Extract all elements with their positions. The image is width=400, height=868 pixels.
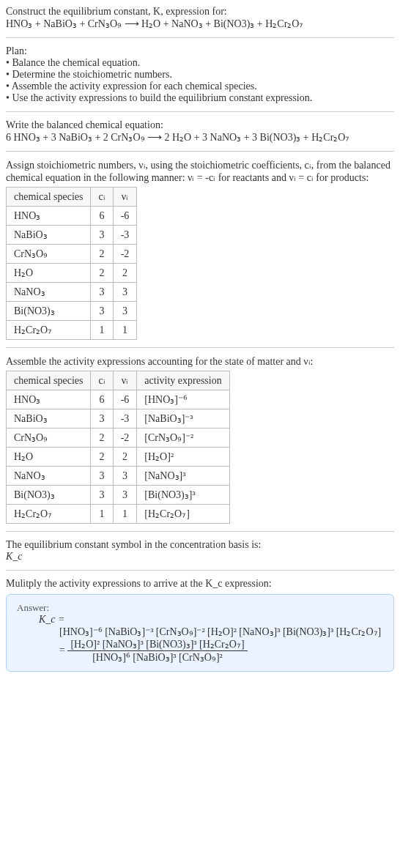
cell: 1	[113, 505, 137, 524]
plan-title: Plan:	[6, 45, 394, 57]
table-row: Bi(NO3)₃33[Bi(NO3)₃]³	[7, 486, 230, 505]
answer-expr1: [HNO₃]⁻⁶ [NaBiO₃]⁻³ [CrN₃O₉]⁻² [H₂O]² [N…	[59, 626, 383, 638]
cell: 2	[91, 448, 113, 467]
denominator: [HNO₃]⁶ [NaBiO₃]³ [CrN₃O₉]²	[67, 651, 247, 664]
divider	[6, 151, 394, 152]
cell: 3	[113, 486, 137, 505]
divider	[6, 37, 394, 38]
cell: CrN₃O₉	[7, 245, 91, 264]
table-header: νᵢ	[113, 188, 137, 207]
multiply-section: Mulitply the activity expressions to arr…	[6, 578, 394, 590]
answer-kc: K_c =	[39, 614, 383, 626]
table-row: NaBiO₃3-3[NaBiO₃]⁻³	[7, 409, 230, 429]
cell: [H₂Cr₂O₇]	[137, 505, 229, 524]
table-header: chemical species	[7, 371, 91, 390]
table-header-row: chemical species cᵢ νᵢ activity expressi…	[7, 371, 230, 390]
cell: Bi(NO3)₃	[7, 486, 91, 505]
intro-line1: Construct the equilibrium constant, K, e…	[6, 6, 394, 18]
cell: -2	[113, 245, 137, 264]
cell: HNO₃	[7, 207, 91, 226]
cell: 6	[91, 390, 113, 409]
plan-item: • Assemble the activity expression for e…	[6, 81, 394, 92]
cell: NaNO₃	[7, 467, 91, 486]
cell: 3	[113, 283, 137, 302]
symbol-line1: The equilibrium constant symbol in the c…	[6, 539, 394, 551]
cell: [NaBiO₃]⁻³	[137, 409, 229, 429]
divider	[6, 111, 394, 112]
cell: NaBiO₃	[7, 409, 91, 429]
table-header-row: chemical species cᵢ νᵢ	[7, 188, 137, 207]
balanced-equation: 6 HNO₃ + 3 NaBiO₃ + 2 CrN₃O₉ ⟶ 2 H₂O + 3…	[6, 131, 394, 144]
intro-section: Construct the equilibrium constant, K, e…	[6, 6, 394, 30]
cell: H₂Cr₂O₇	[7, 505, 91, 524]
table-row: Bi(NO3)₃33	[7, 302, 137, 321]
numerator: [H₂O]² [NaNO₃]³ [Bi(NO3)₃]³ [H₂Cr₂O₇]	[67, 638, 247, 651]
table-row: H₂O22[H₂O]²	[7, 448, 230, 467]
balanced-title: Write the balanced chemical equation:	[6, 119, 394, 131]
divider	[6, 531, 394, 532]
table-row: NaNO₃33	[7, 283, 137, 302]
cell: 3	[113, 467, 137, 486]
divider	[6, 347, 394, 348]
plan-section: Plan: • Balance the chemical equation. •…	[6, 45, 394, 104]
cell: [Bi(NO3)₃]³	[137, 486, 229, 505]
cell: 3	[91, 486, 113, 505]
table-row: NaNO₃33[NaNO₃]³	[7, 467, 230, 486]
cell: 2	[113, 264, 137, 283]
cell: -6	[113, 207, 137, 226]
cell: 1	[91, 321, 113, 340]
cell: [H₂O]²	[137, 448, 229, 467]
equals-sign: =	[59, 645, 65, 656]
cell: H₂O	[7, 264, 91, 283]
cell: H₂O	[7, 448, 91, 467]
assemble-section: Assemble the activity expressions accoun…	[6, 355, 394, 524]
cell: 3	[113, 302, 137, 321]
cell: [CrN₃O₉]⁻²	[137, 429, 229, 448]
table-row: H₂O22	[7, 264, 137, 283]
assign-text: Assign stoichiometric numbers, νᵢ, using…	[6, 159, 394, 184]
cell: [NaNO₃]³	[137, 467, 229, 486]
cell: 2	[91, 264, 113, 283]
cell: -3	[113, 226, 137, 245]
table-row: NaBiO₃3-3	[7, 226, 137, 245]
table-header: cᵢ	[91, 188, 113, 207]
cell: 1	[113, 321, 137, 340]
cell: 2	[91, 245, 113, 264]
stoich-table: chemical species cᵢ νᵢ HNO₃6-6 NaBiO₃3-3…	[6, 187, 137, 340]
cell: [HNO₃]⁻⁶	[137, 390, 229, 409]
cell: -2	[113, 429, 137, 448]
divider	[6, 570, 394, 571]
table-header: chemical species	[7, 188, 91, 207]
plan-item: • Use the activity expressions to build …	[6, 92, 394, 104]
cell: Bi(NO3)₃	[7, 302, 91, 321]
cell: 3	[91, 226, 113, 245]
table-row: HNO₃6-6[HNO₃]⁻⁶	[7, 390, 230, 409]
balanced-section: Write the balanced chemical equation: 6 …	[6, 119, 394, 144]
cell: -6	[113, 390, 137, 409]
cell: NaNO₃	[7, 283, 91, 302]
plan-item: • Determine the stoichiometric numbers.	[6, 69, 394, 81]
cell: 1	[91, 505, 113, 524]
cell: CrN₃O₉	[7, 429, 91, 448]
table-header: νᵢ	[113, 371, 137, 390]
answer-label: Answer:	[17, 602, 383, 614]
assign-section: Assign stoichiometric numbers, νᵢ, using…	[6, 159, 394, 340]
cell: 2	[113, 448, 137, 467]
symbol-section: The equilibrium constant symbol in the c…	[6, 539, 394, 563]
table-header: activity expression	[137, 371, 229, 390]
cell: 6	[91, 207, 113, 226]
symbol-kc: K_c	[6, 551, 394, 563]
cell: 3	[91, 302, 113, 321]
intro-equation: HNO₃ + NaBiO₃ + CrN₃O₉ ⟶ H₂O + NaNO₃ + B…	[6, 18, 394, 30]
table-row: CrN₃O₉2-2	[7, 245, 137, 264]
cell: H₂Cr₂O₇	[7, 321, 91, 340]
cell: 3	[91, 409, 113, 429]
cell: -3	[113, 409, 137, 429]
multiply-text: Mulitply the activity expressions to arr…	[6, 578, 394, 590]
answer-fraction-row: = [H₂O]² [NaNO₃]³ [Bi(NO3)₃]³ [H₂Cr₂O₇] …	[59, 638, 383, 664]
cell: 3	[91, 467, 113, 486]
activity-table: chemical species cᵢ νᵢ activity expressi…	[6, 371, 230, 524]
answer-box: Answer: K_c = [HNO₃]⁻⁶ [NaBiO₃]⁻³ [CrN₃O…	[6, 594, 394, 672]
cell: 3	[91, 283, 113, 302]
table-row: H₂Cr₂O₇11	[7, 321, 137, 340]
